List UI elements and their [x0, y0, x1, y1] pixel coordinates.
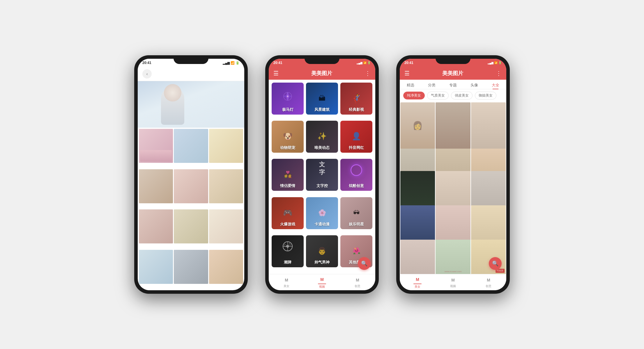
nav-item-video-3[interactable]: M 视频 [435, 277, 471, 288]
nav-item-creative[interactable]: M 创意 [340, 277, 375, 288]
cat-label-3: 经典影视 [340, 107, 372, 112]
category-item-jdys[interactable]: 🦸 经典影视 [340, 83, 372, 115]
wifi-icon-1: 📶 [231, 61, 235, 65]
photo-cell[interactable] [209, 129, 243, 163]
photo-cell[interactable] [174, 209, 208, 243]
phone-screen-3: 20:41 ▂▄▆ 📶 🔋 ☰ 美美图片 ⋮ 精选 分类 专题 头像 大全 纯净… [400, 59, 506, 290]
category-item-ylmx[interactable]: 🕶 娱乐明星 [340, 197, 372, 229]
beauty-cell-14[interactable] [436, 240, 470, 274]
nav-icon-meinu-3: M [414, 276, 421, 283]
filter-chip-pure[interactable]: 纯净美女 [403, 92, 425, 99]
photo-cell[interactable] [209, 169, 243, 203]
cat-label-2: 风景建筑 [306, 107, 338, 112]
more-icon[interactable]: ⋮ [365, 70, 371, 77]
battery-icon-3: 🔋 [498, 61, 502, 64]
svg-point-3 [287, 95, 289, 97]
cat-deco-11: 🌸 [318, 209, 326, 216]
cat-deco-13 [282, 241, 293, 252]
photo-cell[interactable] [209, 209, 243, 243]
status-time-1: 20:41 [142, 61, 151, 65]
phone-screen-1: 20:41 ▂▄▆ 📶 🔋 ‹ [138, 59, 244, 290]
wifi-icon-3: 📶 [494, 61, 498, 64]
nav-label-creative: 创意 [355, 284, 360, 288]
battery-icon-1: 🔋 [236, 61, 240, 65]
photo-cell[interactable] [209, 250, 243, 284]
cat-deco-6: 👤 [352, 132, 361, 141]
signal-icon-1: ▂▄▆ [223, 61, 230, 65]
category-item-wmdt[interactable]: ✨ 唯美动态 [306, 121, 338, 153]
filter-chip-yujie[interactable]: 御姐美女 [475, 92, 496, 99]
nav-item-meinu-3[interactable]: M 美女 [400, 276, 435, 289]
category-item-fjjz[interactable]: 🏔 风景建筑 [306, 83, 338, 115]
signal-icon-3: ▂▄▆ [488, 61, 493, 64]
photo-cell[interactable] [174, 169, 208, 203]
tab-jingxuan[interactable]: 精选 [404, 81, 417, 89]
nav-item-creative-3[interactable]: M 创意 [471, 277, 506, 288]
cat-deco-14: 👨 [318, 247, 326, 255]
category-item-xkcy[interactable]: 炫酷创意 [340, 159, 372, 191]
beauty-cell-3[interactable] [471, 102, 506, 149]
category-item-dwmc[interactable]: 🐶 动物萌宠 [272, 121, 304, 153]
status-time-3: 20:41 [404, 61, 413, 65]
category-item-dywh[interactable]: 👤 抖音网红 [340, 121, 372, 153]
tab-daquan[interactable]: 大全 [489, 81, 502, 89]
category-item-qlaq[interactable]: 💑 情侣爱情 [272, 159, 304, 191]
bottom-nav-3: M 美女 M 视频 M 创意 [400, 274, 506, 290]
fab-button-3[interactable]: 🔍 [489, 257, 502, 270]
cat-label-13: 潮牌 [272, 260, 304, 265]
tab-fenlei[interactable]: 分类 [426, 81, 438, 89]
status-icons-2: ▂▄▆ 📶 🔋 [357, 61, 371, 64]
photo-cell[interactable] [139, 129, 173, 163]
fab-button-2[interactable]: 🔍 [358, 257, 371, 270]
wifi-icon-2: 📶 [363, 61, 367, 64]
nav-underline-3 [413, 284, 422, 284]
nav-item-meinu[interactable]: M 美女 [269, 277, 304, 288]
cat-deco-9 [351, 164, 362, 176]
hero-face [164, 84, 181, 102]
phone-notch-2 [305, 55, 339, 64]
category-item-cp[interactable]: 潮牌 [272, 235, 304, 267]
nav-icon-creative-3: M [485, 277, 492, 284]
beauty-cell-1[interactable]: 👩 [400, 102, 435, 149]
back-button[interactable]: ‹ [142, 69, 152, 79]
nav-label-creative-3: 创意 [486, 284, 491, 288]
category-item-sqns[interactable]: 👨 帅气男神 [306, 235, 338, 267]
cat-label-11: 卡通动漫 [306, 222, 338, 227]
filter-chip-qiaopi[interactable]: 俏皮美女 [451, 92, 473, 99]
tab-zhuanti[interactable]: 专题 [447, 81, 459, 89]
category-item-hbyx[interactable]: 🎮 火爆游戏 [272, 197, 304, 229]
signal-icon-2: ▂▄▆ [357, 61, 362, 64]
nav-icon-video-3: M [450, 277, 457, 284]
phone-screen-2: 20:41 ▂▄▆ 📶 🔋 ☰ 美美图片 ⋮ [269, 59, 375, 290]
battery-icon-2: 🔋 [367, 61, 371, 64]
beauty-cell-13[interactable] [400, 240, 435, 274]
phone-2: 20:41 ▂▄▆ 📶 🔋 ☰ 美美图片 ⋮ [265, 55, 379, 294]
menu-icon[interactable]: ☰ [273, 70, 279, 77]
filter-chip-qizhi[interactable]: 气质美女 [427, 92, 449, 99]
nav-label-video-3: 视频 [450, 284, 456, 288]
nav-item-video[interactable]: M 视频 [304, 276, 340, 289]
category-item-ktdm[interactable]: 🌸 卡通动漫 [306, 197, 338, 229]
more-icon-3[interactable]: ⋮ [496, 70, 502, 77]
cat-deco-12: 🕶 [353, 209, 360, 216]
photo-cell[interactable] [174, 250, 208, 284]
photo-cell[interactable] [139, 250, 173, 284]
nav-icon-video: M [319, 276, 325, 283]
beauty-cell-2[interactable] [436, 102, 470, 149]
hero-image [138, 81, 244, 128]
cat-label-9: 炫酷创意 [340, 183, 372, 188]
cat-deco-2: 🏔 [319, 94, 325, 102]
photo-cell[interactable] [139, 169, 173, 203]
category-item-wzk[interactable]: 文字 文字控 [306, 159, 338, 191]
nav-icon-creative: M [354, 277, 361, 284]
cat-deco-4: 🐶 [283, 131, 293, 141]
cat-deco-5: ✨ [317, 132, 327, 141]
photo-cell[interactable] [139, 209, 173, 243]
tab-touxiang[interactable]: 头像 [468, 81, 480, 89]
cat-label-4: 动物萌宠 [272, 145, 304, 150]
category-item-jmd[interactable]: 极马灯 [272, 83, 304, 115]
photo-cell[interactable] [174, 129, 208, 163]
cat-deco-3: 🦸 [351, 93, 362, 103]
phone-notch [174, 55, 208, 64]
menu-icon-3[interactable]: ☰ [404, 70, 410, 77]
